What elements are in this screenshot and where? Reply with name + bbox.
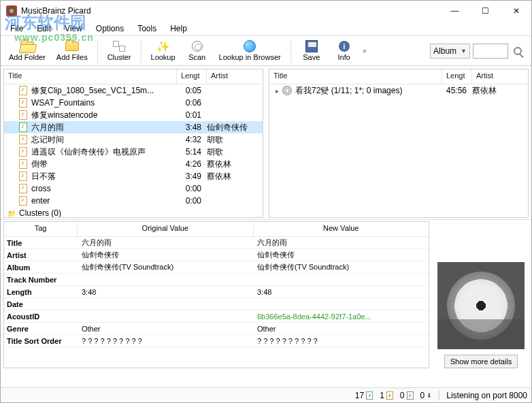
status-count-1: 17♪ (355, 391, 373, 400)
add-folder-label: Add Folder (9, 53, 46, 61)
col-artist[interactable]: Artist (207, 69, 263, 84)
clusters-label: Clusters (0) (16, 208, 177, 217)
cluster-label: Cluster (107, 53, 131, 61)
unmatched-list[interactable]: 修复Clip_1080_5sec_VC1_15m...0:05WSAT_Foun… (4, 84, 263, 217)
music-file-icon (19, 172, 27, 181)
expand-icon[interactable]: ▸ (272, 87, 282, 95)
album-row[interactable]: ▸ 看我72變 (1/11; 1*; 0 images) 45:56 蔡依林 (269, 84, 528, 97)
folder-open-icon (20, 42, 34, 51)
file-title: 倒带 (29, 159, 177, 170)
col-length[interactable]: Lengt (442, 69, 472, 84)
tag-row[interactable]: Artist仙剑奇侠传仙剑奇侠传 (4, 249, 429, 261)
tag-col-name[interactable]: Tag (4, 222, 78, 236)
tag-name: Artist (4, 251, 78, 259)
file-title: WSAT_Fountains (29, 98, 177, 108)
menu-file[interactable]: File (3, 22, 30, 35)
close-button[interactable]: ✕ (501, 1, 531, 21)
music-file-icon (19, 123, 27, 132)
tag-col-original[interactable]: Original Value (78, 222, 254, 236)
lookup-button[interactable]: ✨ Lookup (146, 37, 181, 65)
tag-row[interactable]: Track Number (4, 274, 429, 286)
file-row[interactable]: cross0:00 (4, 182, 263, 195)
col-title[interactable]: Title (4, 69, 177, 84)
globe-icon (244, 40, 256, 52)
file-row[interactable]: 倒带4:26蔡依林 (4, 158, 263, 170)
col-length[interactable]: Lengt (177, 69, 207, 84)
file-row[interactable]: 修复winsatencode0:01 (4, 109, 263, 121)
info-button[interactable]: i Info (328, 37, 361, 65)
menu-help[interactable]: Help (163, 22, 194, 35)
menu-options[interactable]: Options (89, 22, 131, 35)
scan-icon (192, 41, 203, 52)
menu-view[interactable]: View (58, 22, 89, 35)
file-artist: 蔡依林 (207, 159, 263, 170)
file-row[interactable]: enter0:00 (4, 195, 263, 207)
unmatched-pane: Title Lengt Artist 修复Clip_1080_5sec_VC1_… (3, 69, 263, 218)
app-icon (6, 5, 17, 16)
menu-edit[interactable]: Edit (30, 22, 58, 35)
toolbar-separator (290, 39, 291, 63)
info-icon: i (339, 41, 350, 52)
file-title: 六月的雨 (29, 122, 177, 133)
tag-name: AcoustID (4, 312, 78, 321)
toolbar: Add Folder Add Files Cluster ✨ Lookup Sc… (1, 36, 531, 66)
wand-icon: ✨ (156, 40, 170, 52)
music-file-icon (19, 135, 27, 144)
file-title: 日不落 (29, 171, 177, 182)
file-row[interactable]: 修复Clip_1080_5sec_VC1_15m...0:05 (4, 84, 263, 97)
tag-row[interactable]: Length3:483:48 (4, 286, 429, 298)
minimize-button[interactable]: — (439, 1, 470, 21)
file-length: 5:14 (177, 147, 207, 157)
save-button[interactable]: Save (295, 37, 328, 65)
file-row[interactable]: 逍遥叹《仙剑奇侠传》电视原声5:14胡歌 (4, 146, 263, 158)
search-type-select[interactable]: Album ▼ (430, 44, 470, 59)
save-label: Save (303, 53, 320, 61)
file-length: 0:01 (177, 110, 207, 120)
add-folder-button[interactable]: Add Folder (3, 37, 51, 65)
file-row[interactable]: 忘记时间4:32胡歌 (4, 133, 263, 146)
file-length: 0:00 (177, 196, 207, 206)
scan-button[interactable]: Scan (181, 37, 214, 65)
tag-new-value: 六月的雨 (253, 238, 429, 248)
clusters-row[interactable]: 📁Clusters (0) (4, 207, 263, 217)
file-length: 0:05 (177, 86, 207, 95)
toolbar-overflow[interactable]: » (361, 47, 369, 54)
tag-row[interactable]: Title六月的雨六月的雨 (4, 237, 429, 249)
cover-art[interactable] (437, 262, 525, 349)
tag-col-new[interactable]: New Value (254, 222, 429, 236)
show-more-details-button[interactable]: Show more details (444, 355, 518, 368)
lookup-browser-button[interactable]: Lookup in Browser (214, 37, 286, 65)
cluster-button[interactable]: Cluster (102, 37, 137, 65)
tag-name: Track Number (4, 276, 78, 284)
file-artist: 仙剑奇侠传 (207, 122, 263, 133)
file-row[interactable]: WSAT_Fountains0:06 (4, 97, 263, 109)
matched-list[interactable]: ▸ 看我72變 (1/11; 1*; 0 images) 45:56 蔡依林 (269, 84, 528, 217)
col-artist[interactable]: Artist (472, 69, 528, 84)
tag-original-value: Other (78, 325, 253, 333)
tag-row[interactable]: Title Sort Order? ? ? ? ? ? ? ? ? ?? ? ?… (4, 335, 429, 347)
file-length: 3:48 (177, 123, 207, 132)
search-button[interactable] (511, 44, 525, 58)
file-title: 逍遥叹《仙剑奇侠传》电视原声 (29, 146, 177, 158)
tag-original-value: ? ? ? ? ? ? ? ? ? ? (78, 337, 253, 345)
album-length: 45:56 (442, 86, 472, 95)
splitter[interactable] (265, 66, 267, 219)
col-title[interactable]: Title (269, 69, 442, 84)
maximize-button[interactable]: ☐ (470, 1, 501, 21)
menu-tools[interactable]: Tools (131, 22, 163, 35)
save-icon (305, 40, 318, 52)
add-files-button[interactable]: Add Files (51, 37, 93, 65)
tag-row[interactable]: Date (4, 298, 429, 310)
tag-row[interactable]: GenreOtherOther (4, 323, 429, 335)
scan-label: Scan (188, 53, 205, 61)
file-row[interactable]: 日不落3:49蔡依林 (4, 170, 263, 182)
info-label: Info (338, 53, 350, 61)
music-file-icon (19, 147, 27, 157)
matched-pane: Title Lengt Artist ▸ 看我72變 (1/11; 1*; 0 … (269, 69, 529, 218)
file-row[interactable]: 六月的雨3:48仙剑奇侠传 (4, 121, 263, 133)
tag-new-value: 仙剑奇侠传(TV Soundtrack) (253, 262, 429, 272)
tag-row[interactable]: Album仙剑奇侠传(TV Soundtrack)仙剑奇侠传(TV Soundt… (4, 261, 429, 274)
search-input[interactable] (473, 44, 508, 59)
tag-row[interactable]: AcoustID6b366e5a-8dea-4442-92f7-1a0e... (4, 310, 429, 323)
music-file-icon (19, 98, 27, 108)
